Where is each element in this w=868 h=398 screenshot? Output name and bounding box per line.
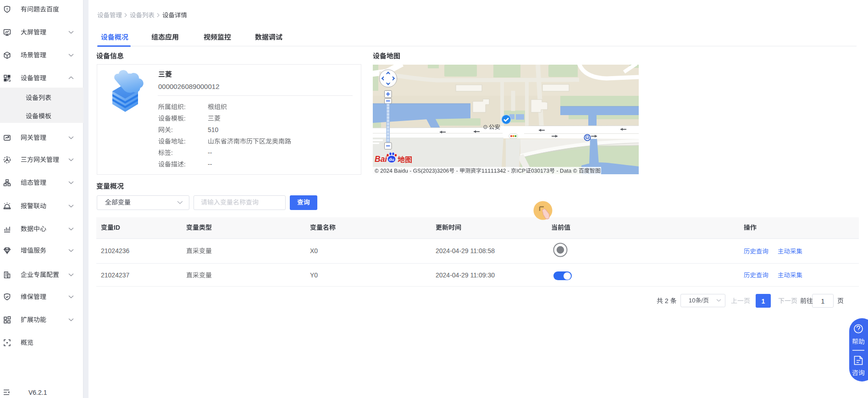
svg-text:du: du: [389, 157, 394, 162]
svg-text:Bai: Bai: [375, 155, 387, 164]
